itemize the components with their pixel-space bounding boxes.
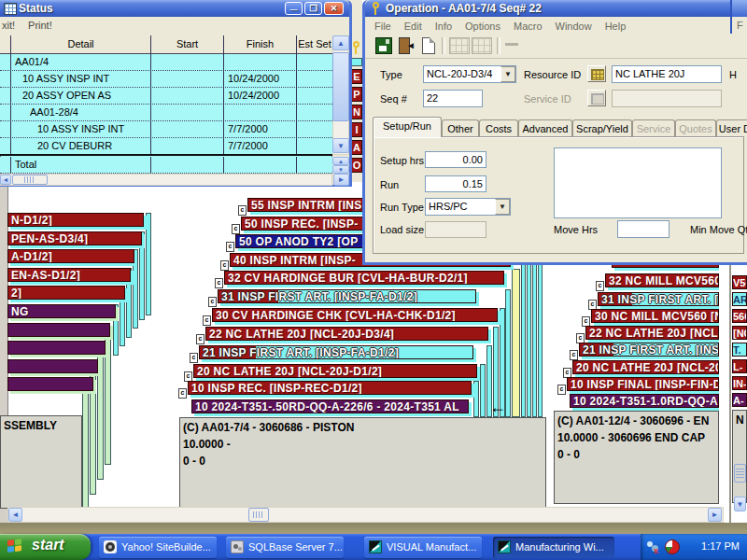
line-button-disabled[interactable] xyxy=(505,43,518,46)
tab-service[interactable]: Service xyxy=(632,119,675,137)
menu-item[interactable]: Options xyxy=(465,21,500,32)
gantt-bar-middle-7[interactable]: c22 NC LATHE 20J [NCL-20J-D3/4] xyxy=(196,327,490,347)
row-gutter xyxy=(0,138,11,155)
tab-quotes[interactable]: Quotes xyxy=(675,119,716,137)
column-header-start[interactable]: Start xyxy=(151,35,224,54)
gantt-hscroll-thumb[interactable] xyxy=(248,508,269,522)
gantt-hscroll-left-button[interactable]: ◄ xyxy=(8,508,22,522)
gantt-bar-middle-4[interactable]: c32 CV HARDINGE BUR [CVL-HA-BUR-D2/1] xyxy=(215,271,506,291)
gantt-bar-body xyxy=(7,377,93,391)
start-button[interactable]: start xyxy=(0,534,91,560)
background-vscroll-thumb[interactable] xyxy=(734,464,746,483)
tab-advanced[interactable]: Advanced xyxy=(518,119,572,137)
tray-antivirus-icon[interactable] xyxy=(665,539,680,554)
gantt-bar-left-5[interactable]: NG xyxy=(0,304,118,325)
grid-button-disabled-1[interactable] xyxy=(449,37,470,54)
status-vscroll-up-button[interactable]: ▲ xyxy=(332,35,349,50)
gantt-bar-label: 21 INSP FIRST ART. [INSP-FA-D1/2] xyxy=(203,346,399,359)
close-button[interactable]: ✕ xyxy=(324,2,344,15)
table-row[interactable]: 20 ASSY OPEN AS10/24/2000 xyxy=(0,88,332,105)
gantt-bar-left-7[interactable] xyxy=(0,341,107,361)
minimize-button[interactable]: — xyxy=(285,2,303,15)
menu-item[interactable]: Info xyxy=(435,21,452,32)
table-row[interactable]: 10 ASSY INSP INT7/7/2000 xyxy=(0,121,332,138)
tab-other[interactable]: Other xyxy=(442,119,479,137)
gantt-bar-left-4[interactable]: 2] xyxy=(0,286,127,306)
run-field[interactable]: 0.15 xyxy=(425,175,486,192)
system-tray: x 1:17 PM xyxy=(641,534,747,560)
background-vscroll-down-button[interactable]: ▼ xyxy=(734,497,746,511)
gantt-bar-middle-8[interactable]: c21 INSP FIRST ART. [INSP-FA-D1/2] xyxy=(190,345,475,366)
gantt-bar-left-9[interactable] xyxy=(0,377,95,398)
tray-users-offline-icon[interactable]: x xyxy=(646,539,661,554)
operation-titlebar[interactable]: Operation - AA01-7/4 Seq# 22 xyxy=(365,0,747,17)
gantt-bar-middle-10[interactable]: c10 INSP REC. [INSP-REC-D1/2] xyxy=(178,381,473,401)
gantt-hscroll-right-button[interactable]: ► xyxy=(708,508,722,522)
taskbar-task-yahoo-sitebuilde-[interactable]: Yahoo! SiteBuilde... xyxy=(99,537,217,558)
gantt-bar-left-2[interactable]: A-D1/2] xyxy=(0,249,136,270)
menu-item[interactable]: Window xyxy=(556,21,592,32)
new-document-button[interactable] xyxy=(419,36,438,55)
table-row[interactable]: 10 ASSY INSP INT10/24/2000 xyxy=(0,71,332,88)
gantt-bar-middle-6[interactable]: c30 CV HARDINGE CHK [CVL-HA-CHK-D1/2] xyxy=(203,308,500,329)
status-hscrollbar[interactable] xyxy=(0,174,332,186)
column-header-finish[interactable]: Finish xyxy=(224,35,297,54)
exit-button[interactable]: ◄ xyxy=(397,36,416,55)
move-hrs-field[interactable] xyxy=(617,220,669,238)
type-dropdown-arrow[interactable]: ▼ xyxy=(500,66,515,82)
work-order-card-middle[interactable]: (C) AA01-7/4 - 3060686 - PISTON10.0000 -… xyxy=(179,417,546,509)
column-header-estset[interactable]: Est Set xyxy=(297,35,332,54)
status-hscroll-right-button[interactable]: ► xyxy=(333,174,349,186)
run-type-dropdown-arrow[interactable]: ▼ xyxy=(495,199,510,215)
table-row[interactable]: 20 CV DEBURR7/7/2000 xyxy=(0,138,332,155)
tab-costs[interactable]: Costs xyxy=(479,119,518,137)
menu-item[interactable]: xit! xyxy=(2,20,15,31)
menu-item[interactable]: File xyxy=(374,21,391,32)
setup-hrs-label: Setup hrs xyxy=(380,155,424,166)
taskbar-task-sqlbase-server-7-[interactable]: SQLBase Server 7... xyxy=(226,537,344,558)
seq-field[interactable]: 22 xyxy=(423,90,483,107)
save-button[interactable] xyxy=(374,36,393,55)
table-row[interactable]: AA01/4 xyxy=(0,54,332,71)
tab-setup-run[interactable]: Setup/Run xyxy=(373,117,442,137)
table-row[interactable]: AA01-28/4 xyxy=(0,105,332,121)
gantt-bar-middle-5[interactable]: c31 INSP FIRST ART. [INSP-FA-D1/2] xyxy=(208,289,478,310)
status-spinner-up[interactable]: ▲ xyxy=(332,157,349,165)
column-header-detail[interactable]: Detail xyxy=(11,35,151,54)
gantt-bar-body xyxy=(7,359,98,373)
min-move-qty-label: Min Move Qt xyxy=(690,224,747,235)
menu-item[interactable]: Print! xyxy=(28,20,52,31)
status-hscroll-left-button[interactable]: ◄ xyxy=(0,175,11,185)
load-size-field-disabled xyxy=(425,221,486,238)
status-titlebar[interactable]: Status — ❒ ✕ xyxy=(0,0,349,17)
c-flag-icon: c xyxy=(596,281,604,291)
notes-textarea[interactable] xyxy=(554,147,722,218)
taskbar-task-manufacturing-wi-[interactable]: Manufacturing Wi... xyxy=(493,537,614,558)
tab-user-de[interactable]: User De xyxy=(716,119,747,137)
resource-id-field[interactable]: NC LATHE 20J xyxy=(612,65,722,83)
gantt-bar-right-1[interactable]: c32 NC MILL MCV560 [NC xyxy=(596,273,721,294)
work-order-card-right[interactable]: (C) AA01-12/4 - 3060696 - EN10.0000 - 30… xyxy=(554,411,719,504)
status-spinner-down[interactable]: ▼ xyxy=(332,165,349,174)
gantt-bar-left-0[interactable]: N-D1/2] xyxy=(0,213,146,233)
setup-hrs-field[interactable]: 0.00 xyxy=(425,151,486,168)
gantt-bar-label: PEN-AS-D3/4] xyxy=(11,232,88,245)
work-order-card-left[interactable]: SSEMBLY xyxy=(0,415,82,509)
cell-detail: 20 CV DEBURR xyxy=(11,138,151,155)
resource-lookup-button[interactable] xyxy=(587,65,606,82)
gantt-hscrollbar[interactable] xyxy=(7,507,724,523)
card-line: 10.0000 - 3060696 END CAP xyxy=(557,429,715,446)
cell-detail: AA01-28/4 xyxy=(11,105,151,121)
menu-item[interactable]: Help xyxy=(605,21,627,32)
menu-item[interactable]: Macro xyxy=(514,21,543,32)
status-vscroll-thumb[interactable] xyxy=(332,52,349,121)
status-hscroll-thumb[interactable] xyxy=(12,175,48,185)
grid-button-disabled-2[interactable] xyxy=(472,37,492,54)
hidden-bar-letter: E xyxy=(351,69,362,84)
maximize-button[interactable]: ❒ xyxy=(304,2,322,15)
service-id-label: Service ID xyxy=(524,93,571,105)
menu-item[interactable]: Edit xyxy=(404,21,422,32)
status-vscroll-down-button[interactable]: ▼ xyxy=(332,138,349,153)
taskbar-task-visual-manufact-[interactable]: VISUAL Manufact... xyxy=(364,537,482,558)
tab-scrap-yield[interactable]: Scrap/Yield xyxy=(572,119,632,137)
